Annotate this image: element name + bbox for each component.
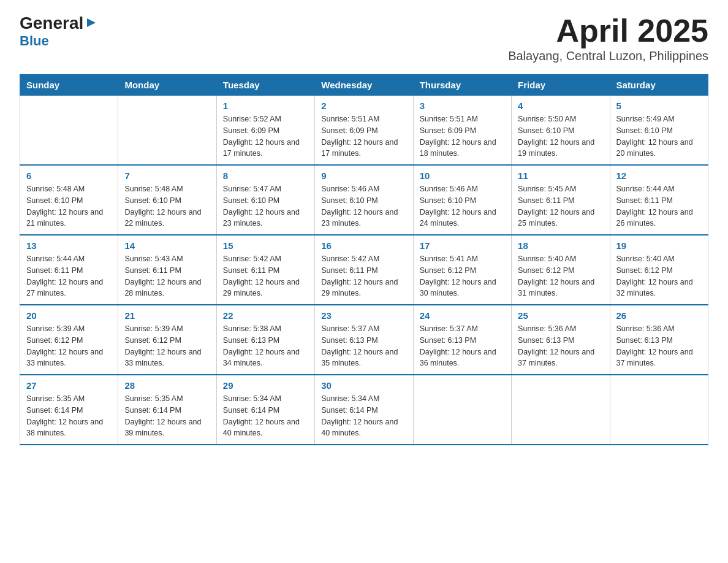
header-tuesday: Tuesday [216, 75, 314, 96]
day-detail: Sunrise: 5:48 AMSunset: 6:10 PMDaylight:… [26, 183, 112, 229]
day-detail: Sunrise: 5:35 AMSunset: 6:14 PMDaylight:… [124, 393, 210, 439]
day-detail: Sunrise: 5:48 AMSunset: 6:10 PMDaylight:… [124, 183, 210, 229]
calendar-cell: 1Sunrise: 5:52 AMSunset: 6:09 PMDaylight… [216, 96, 314, 166]
day-detail: Sunrise: 5:51 AMSunset: 6:09 PMDaylight:… [321, 113, 406, 159]
calendar-cell: 11Sunrise: 5:45 AMSunset: 6:11 PMDayligh… [512, 165, 610, 235]
day-number: 24 [420, 310, 505, 321]
calendar-week-5: 27Sunrise: 5:35 AMSunset: 6:14 PMDayligh… [20, 375, 708, 445]
calendar-cell: 13Sunrise: 5:44 AMSunset: 6:11 PMDayligh… [20, 235, 118, 305]
calendar-cell: 12Sunrise: 5:44 AMSunset: 6:11 PMDayligh… [610, 165, 708, 235]
day-number: 14 [124, 240, 210, 251]
day-detail: Sunrise: 5:47 AMSunset: 6:10 PMDaylight:… [223, 183, 308, 229]
day-detail: Sunrise: 5:39 AMSunset: 6:12 PMDaylight:… [26, 323, 112, 369]
calendar-cell: 24Sunrise: 5:37 AMSunset: 6:13 PMDayligh… [413, 305, 511, 375]
day-number: 11 [518, 170, 603, 181]
calendar-week-4: 20Sunrise: 5:39 AMSunset: 6:12 PMDayligh… [20, 305, 708, 375]
calendar-cell: 10Sunrise: 5:46 AMSunset: 6:10 PMDayligh… [413, 165, 511, 235]
day-number: 23 [321, 310, 406, 321]
day-number: 12 [616, 170, 702, 181]
day-number: 17 [420, 240, 505, 251]
day-detail: Sunrise: 5:37 AMSunset: 6:13 PMDaylight:… [420, 323, 505, 369]
header-sunday: Sunday [20, 75, 118, 96]
calendar-cell: 21Sunrise: 5:39 AMSunset: 6:12 PMDayligh… [118, 305, 216, 375]
day-detail: Sunrise: 5:34 AMSunset: 6:14 PMDaylight:… [223, 393, 308, 439]
day-number: 28 [124, 380, 210, 391]
day-number: 13 [26, 240, 112, 251]
calendar-cell [413, 375, 511, 445]
svg-marker-0 [87, 18, 96, 27]
day-detail: Sunrise: 5:46 AMSunset: 6:10 PMDaylight:… [321, 183, 406, 229]
logo: General Blue [20, 15, 98, 49]
calendar-cell: 7Sunrise: 5:48 AMSunset: 6:10 PMDaylight… [118, 165, 216, 235]
day-number: 6 [26, 170, 112, 181]
day-number: 7 [124, 170, 210, 181]
location: Balayang, Central Luzon, Philippines [508, 49, 708, 63]
day-number: 9 [321, 170, 406, 181]
header-saturday: Saturday [610, 75, 708, 96]
day-number: 27 [26, 380, 112, 391]
calendar-cell: 2Sunrise: 5:51 AMSunset: 6:09 PMDaylight… [315, 96, 413, 166]
day-number: 8 [223, 170, 308, 181]
calendar-cell: 20Sunrise: 5:39 AMSunset: 6:12 PMDayligh… [20, 305, 118, 375]
calendar-cell: 19Sunrise: 5:40 AMSunset: 6:12 PMDayligh… [610, 235, 708, 305]
day-detail: Sunrise: 5:40 AMSunset: 6:12 PMDaylight:… [616, 253, 702, 299]
logo-general: General [20, 15, 83, 32]
day-number: 18 [518, 240, 603, 251]
calendar-cell: 5Sunrise: 5:49 AMSunset: 6:10 PMDaylight… [610, 96, 708, 166]
day-detail: Sunrise: 5:34 AMSunset: 6:14 PMDaylight:… [321, 393, 406, 439]
header-monday: Monday [118, 75, 216, 96]
day-detail: Sunrise: 5:40 AMSunset: 6:12 PMDaylight:… [518, 253, 603, 299]
calendar-cell [118, 96, 216, 166]
day-number: 2 [321, 101, 406, 111]
calendar-cell: 9Sunrise: 5:46 AMSunset: 6:10 PMDaylight… [315, 165, 413, 235]
day-number: 29 [223, 380, 308, 391]
calendar-cell [610, 375, 708, 445]
day-number: 22 [223, 310, 308, 321]
day-detail: Sunrise: 5:50 AMSunset: 6:10 PMDaylight:… [518, 113, 603, 159]
calendar-cell: 23Sunrise: 5:37 AMSunset: 6:13 PMDayligh… [315, 305, 413, 375]
header-friday: Friday [512, 75, 610, 96]
calendar-week-2: 6Sunrise: 5:48 AMSunset: 6:10 PMDaylight… [20, 165, 708, 235]
calendar-cell: 28Sunrise: 5:35 AMSunset: 6:14 PMDayligh… [118, 375, 216, 445]
header-thursday: Thursday [413, 75, 511, 96]
day-detail: Sunrise: 5:38 AMSunset: 6:13 PMDaylight:… [223, 323, 308, 369]
day-number: 4 [518, 101, 603, 111]
day-detail: Sunrise: 5:44 AMSunset: 6:11 PMDaylight:… [26, 253, 112, 299]
day-number: 19 [616, 240, 702, 251]
calendar-cell: 3Sunrise: 5:51 AMSunset: 6:09 PMDaylight… [413, 96, 511, 166]
calendar-cell [512, 375, 610, 445]
day-detail: Sunrise: 5:42 AMSunset: 6:11 PMDaylight:… [223, 253, 308, 299]
calendar-cell: 17Sunrise: 5:41 AMSunset: 6:12 PMDayligh… [413, 235, 511, 305]
day-number: 10 [420, 170, 505, 181]
day-detail: Sunrise: 5:52 AMSunset: 6:09 PMDaylight:… [223, 113, 308, 159]
day-detail: Sunrise: 5:36 AMSunset: 6:13 PMDaylight:… [518, 323, 603, 369]
day-detail: Sunrise: 5:43 AMSunset: 6:11 PMDaylight:… [124, 253, 210, 299]
calendar-cell: 4Sunrise: 5:50 AMSunset: 6:10 PMDaylight… [512, 96, 610, 166]
day-detail: Sunrise: 5:46 AMSunset: 6:10 PMDaylight:… [420, 183, 505, 229]
day-detail: Sunrise: 5:42 AMSunset: 6:11 PMDaylight:… [321, 253, 406, 299]
day-detail: Sunrise: 5:45 AMSunset: 6:11 PMDaylight:… [518, 183, 603, 229]
calendar-cell: 8Sunrise: 5:47 AMSunset: 6:10 PMDaylight… [216, 165, 314, 235]
day-number: 5 [616, 101, 702, 111]
day-detail: Sunrise: 5:37 AMSunset: 6:13 PMDaylight:… [321, 323, 406, 369]
page-header: General Blue April 2025 Balayang, Centra… [20, 15, 708, 63]
day-number: 16 [321, 240, 406, 251]
header-wednesday: Wednesday [315, 75, 413, 96]
day-detail: Sunrise: 5:36 AMSunset: 6:13 PMDaylight:… [616, 323, 702, 369]
day-number: 30 [321, 380, 406, 391]
calendar-cell: 16Sunrise: 5:42 AMSunset: 6:11 PMDayligh… [315, 235, 413, 305]
day-number: 21 [124, 310, 210, 321]
title-block: April 2025 Balayang, Central Luzon, Phil… [508, 15, 708, 63]
calendar-table: SundayMondayTuesdayWednesdayThursdayFrid… [20, 74, 708, 445]
calendar-cell: 15Sunrise: 5:42 AMSunset: 6:11 PMDayligh… [216, 235, 314, 305]
month-title: April 2025 [508, 15, 708, 47]
calendar-cell: 6Sunrise: 5:48 AMSunset: 6:10 PMDaylight… [20, 165, 118, 235]
calendar-cell: 22Sunrise: 5:38 AMSunset: 6:13 PMDayligh… [216, 305, 314, 375]
day-detail: Sunrise: 5:44 AMSunset: 6:11 PMDaylight:… [616, 183, 702, 229]
calendar-cell: 27Sunrise: 5:35 AMSunset: 6:14 PMDayligh… [20, 375, 118, 445]
day-number: 15 [223, 240, 308, 251]
logo-blue: Blue [20, 33, 49, 49]
calendar-cell: 30Sunrise: 5:34 AMSunset: 6:14 PMDayligh… [315, 375, 413, 445]
calendar-cell: 25Sunrise: 5:36 AMSunset: 6:13 PMDayligh… [512, 305, 610, 375]
calendar-cell: 29Sunrise: 5:34 AMSunset: 6:14 PMDayligh… [216, 375, 314, 445]
